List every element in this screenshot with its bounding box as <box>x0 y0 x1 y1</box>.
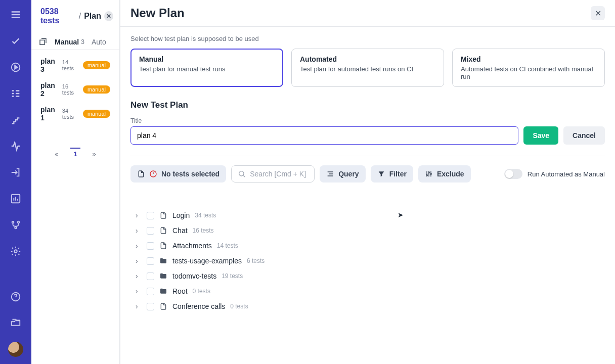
tree-name: Login <box>172 211 190 219</box>
check-icon[interactable] <box>8 33 23 49</box>
folder-icon <box>159 287 167 295</box>
tree-count: 0 tests <box>230 303 248 310</box>
cancel-button[interactable]: Cancel <box>563 126 605 145</box>
tree-count: 14 tests <box>217 242 238 249</box>
checkbox[interactable] <box>147 257 154 265</box>
query-button[interactable]: Query <box>320 165 365 183</box>
checkbox[interactable] <box>147 242 154 250</box>
tree-row[interactable]: › Attachments 14 tests <box>134 238 605 253</box>
status-badge: manual <box>83 61 110 69</box>
breadcrumb-section[interactable]: Plan <box>84 12 101 21</box>
pager-next[interactable]: » <box>93 150 96 158</box>
modal-hint: Select how test plan is supposed to be u… <box>130 35 605 42</box>
folders-icon[interactable] <box>8 315 23 331</box>
main-panel: New Plan ✕ Select how test plan is suppo… <box>120 0 615 364</box>
svg-point-5 <box>14 250 17 253</box>
tree-row[interactable]: › Conference calls 0 tests <box>134 299 605 314</box>
tree-row[interactable]: › Login 34 tests <box>134 208 605 223</box>
title-input[interactable] <box>130 126 518 145</box>
type-desc: Test plan for manual test runs <box>139 65 275 73</box>
list-item[interactable]: plan 2 16 tests manual <box>35 77 115 102</box>
checkbox[interactable] <box>147 272 154 280</box>
stairs-icon[interactable] <box>8 112 23 127</box>
svg-point-8 <box>239 171 244 176</box>
no-tests-label: No tests selected <box>161 170 219 178</box>
plan-name: plan 1 <box>40 106 58 122</box>
query-label: Query <box>338 170 359 178</box>
type-card-mixed[interactable]: Mixed Automated tests on CI combined wit… <box>452 49 605 87</box>
close-button[interactable]: ✕ <box>591 6 605 20</box>
svg-point-3 <box>18 221 20 223</box>
toolbar: No tests selected Search [Cmd + K] Query… <box>130 165 605 183</box>
type-title: Manual <box>139 55 275 63</box>
file-icon <box>159 302 167 310</box>
breadcrumb-project[interactable]: 0538 tests <box>40 7 76 25</box>
search-input[interactable]: Search [Cmd + K] <box>231 165 315 183</box>
filter-label: Filter <box>389 170 407 178</box>
list-item[interactable]: plan 3 14 tests manual <box>35 53 115 77</box>
help-icon[interactable] <box>8 289 23 304</box>
tab-manual-label: Manual <box>55 38 79 46</box>
filter-button[interactable]: Filter <box>371 165 413 183</box>
cursor-icon: ➤ <box>398 211 404 219</box>
gear-icon[interactable] <box>8 244 23 259</box>
file-icon <box>159 242 167 250</box>
tree-name: Conference calls <box>172 302 225 310</box>
layers-icon[interactable] <box>38 37 48 47</box>
exclude-button[interactable]: Exclude <box>418 165 471 183</box>
type-card-automated[interactable]: Automated Test plan for automated test r… <box>291 49 444 87</box>
tab-auto[interactable]: Auto <box>92 38 106 46</box>
checkbox[interactable] <box>147 227 154 235</box>
tab-manual[interactable]: Manual 3 <box>55 38 84 46</box>
tree-row[interactable]: › todomvc-tests 19 tests <box>134 268 605 284</box>
toggle-label: Run Automated as Manual <box>528 170 605 178</box>
save-button[interactable]: Save <box>523 126 558 145</box>
list-icon[interactable] <box>8 86 23 101</box>
alert-icon <box>149 170 157 178</box>
file-icon <box>159 226 167 235</box>
close-icon[interactable]: ✕ <box>104 11 113 21</box>
chevron-right-icon[interactable]: › <box>136 242 142 250</box>
chevron-right-icon[interactable]: › <box>136 272 142 280</box>
menu-icon[interactable] <box>8 7 23 22</box>
svg-point-9 <box>426 174 428 176</box>
pager-current[interactable]: 1 <box>70 148 80 158</box>
svg-point-4 <box>15 227 17 229</box>
folder-icon <box>159 272 167 280</box>
play-icon[interactable] <box>8 60 23 75</box>
folder-icon <box>159 257 167 265</box>
chevron-right-icon[interactable]: › <box>136 302 142 310</box>
plan-count: 16 tests <box>62 83 79 96</box>
page-title: New Plan <box>130 6 185 20</box>
login-icon[interactable] <box>8 165 23 180</box>
type-card-manual[interactable]: Manual Test plan for manual test runs <box>130 49 283 87</box>
tree-row[interactable]: › Chat 16 tests <box>134 223 605 238</box>
tree-name: Chat <box>172 226 188 235</box>
chart-icon[interactable] <box>8 191 23 206</box>
tree-count: 0 tests <box>193 288 210 295</box>
file-out-icon <box>137 170 145 178</box>
tree-row[interactable]: › Root 0 tests <box>134 284 605 299</box>
branch-icon[interactable] <box>8 217 23 233</box>
tree-name: tests-usage-examples <box>172 257 242 265</box>
chevron-right-icon[interactable]: › <box>136 211 142 219</box>
chevron-right-icon[interactable]: › <box>136 226 142 235</box>
chevron-right-icon[interactable]: › <box>136 287 142 295</box>
activity-icon[interactable] <box>8 139 23 154</box>
list-item[interactable]: plan 1 34 tests manual <box>35 102 115 126</box>
avatar[interactable] <box>8 342 23 357</box>
search-placeholder: Search [Cmd + K] <box>250 170 306 178</box>
tree-name: Root <box>172 287 188 295</box>
no-tests-pill[interactable]: No tests selected <box>130 165 226 183</box>
tree-name: Attachments <box>172 242 212 250</box>
type-cards: Manual Test plan for manual test runs Au… <box>130 49 605 87</box>
run-automated-manual-toggle[interactable] <box>504 169 522 179</box>
checkbox[interactable] <box>147 288 154 295</box>
checkbox[interactable] <box>147 303 154 310</box>
chevron-right-icon[interactable]: › <box>136 257 142 265</box>
pager-prev[interactable]: « <box>55 150 58 158</box>
checkbox[interactable] <box>147 212 154 219</box>
tab-manual-count: 3 <box>81 38 84 46</box>
tree-row[interactable]: › tests-usage-examples 6 tests <box>134 253 605 268</box>
plan-list: plan 3 14 tests manual plan 2 16 tests m… <box>31 50 119 129</box>
